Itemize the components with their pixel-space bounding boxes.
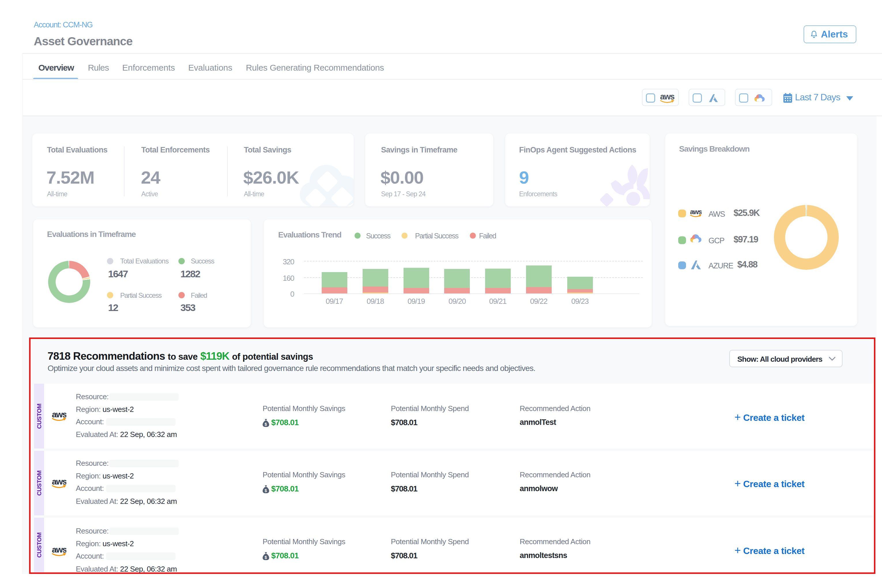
svg-text:$: $ <box>265 555 267 560</box>
svg-text:$: $ <box>265 422 267 427</box>
svg-text:$: $ <box>265 488 267 493</box>
